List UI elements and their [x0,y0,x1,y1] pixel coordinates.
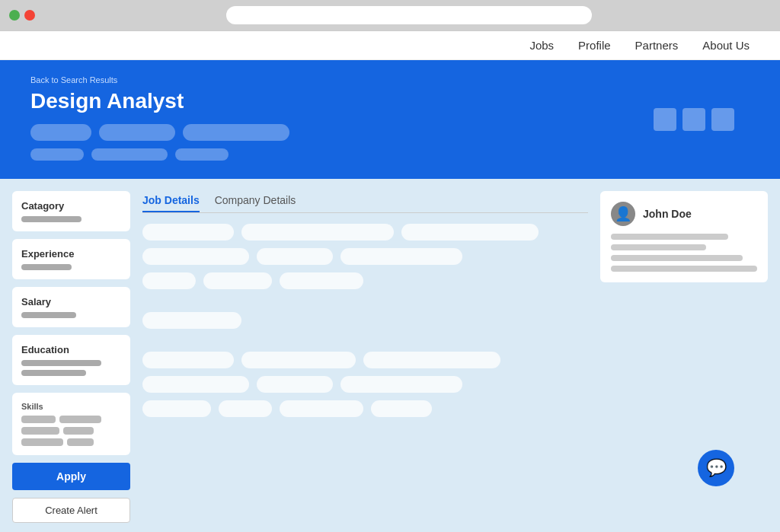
salary-bar [21,312,76,318]
detail-pill-19 [280,400,363,417]
detail-pill-7 [142,272,196,289]
content-row-3 [142,272,588,289]
profile-bar-3 [611,255,743,261]
hero-tag2-1 [30,148,84,161]
content-row-5 [142,352,588,368]
skill-chip-6 [67,438,94,446]
sidebar-experience: Experience [12,239,130,279]
sidebar-salary: Salary [12,287,130,327]
hero-tag-2 [99,124,175,141]
detail-pill-8 [203,272,272,289]
detail-pill-9 [280,272,363,289]
hero-tag-3 [183,124,289,141]
avatar: 👤 [611,202,635,226]
skill-chip-1 [21,416,56,423]
detail-pill-11 [142,352,234,368]
detail-pill-2 [241,224,394,241]
dot-green [9,10,20,21]
main-area: Catagory Experience Salary Education Ski… [0,179,780,532]
category-bar [21,216,82,222]
profile-bar-1 [611,234,728,240]
spacer [142,297,588,304]
experience-label: Experience [21,248,121,260]
address-bar[interactable] [226,6,592,24]
hero-tags-row2 [30,148,750,161]
content-row-4 [142,312,588,329]
profile-bar-2 [611,244,706,250]
skill-chip-2 [59,416,101,423]
profile-bar-4 [611,266,757,272]
hero-icon-2[interactable] [682,108,705,131]
category-label: Catagory [21,200,121,212]
avatar-icon: 👤 [615,205,631,222]
detail-pill-17 [142,400,211,417]
content-row-1 [142,224,588,241]
tab-job-details[interactable]: Job Details [142,191,200,212]
job-panel: Job Details Company Details [130,191,600,523]
hero-banner: Back to Search Results Design Analyst [0,60,780,179]
job-content [142,224,588,417]
sidebar-skills: Skills [12,393,130,455]
salary-label: Salary [21,296,121,307]
skills-grid [21,416,121,446]
hero-action-icons [654,108,734,131]
hero-tags-row1 [30,124,750,141]
nav-profile[interactable]: Profile [578,39,611,52]
skill-chip-5 [21,438,63,446]
apply-button[interactable]: Apply [12,463,130,490]
browser-controls [9,10,35,21]
profile-card: 👤 John Doe [600,191,768,282]
detail-pill-1 [142,224,234,241]
tabs: Job Details Company Details [142,191,588,213]
skill-chip-4 [63,427,94,435]
detail-pill-10 [142,312,241,329]
hero-tag2-3 [175,148,229,161]
hero-icon-3[interactable] [711,108,734,131]
nav-about-us[interactable]: About Us [702,39,750,52]
detail-pill-16 [340,376,462,393]
content-row-2 [142,248,588,265]
hero-tag2-2 [91,148,168,161]
detail-pill-4 [142,248,249,265]
content-row-6 [142,376,588,393]
create-alert-button[interactable]: Create Alert [12,498,130,523]
chat-button[interactable]: 💬 [698,450,734,486]
sidebar-education: Education [12,335,130,385]
detail-pill-5 [257,248,333,265]
hero-tag-1 [30,124,91,141]
nav-partners[interactable]: Partners [635,39,679,52]
chat-icon: 💬 [706,458,727,478]
detail-pill-14 [142,376,249,393]
profile-header: 👤 John Doe [611,202,757,226]
detail-pill-6 [340,248,462,265]
job-title: Design Analyst [30,89,750,113]
content-row-7 [142,400,588,417]
top-nav: Jobs Profile Partners About Us [0,31,780,60]
detail-pill-3 [401,224,539,241]
detail-pill-15 [257,376,333,393]
education-label: Education [21,344,121,355]
education-bar-2 [21,370,86,376]
spacer2 [142,336,588,344]
sidebar: Catagory Experience Salary Education Ski… [12,191,130,523]
profile-name: John Doe [643,208,692,220]
browser-body: Jobs Profile Partners About Us Back to S… [0,30,780,532]
education-bar-1 [21,360,101,366]
nav-jobs[interactable]: Jobs [529,39,554,52]
skills-label: Skills [21,402,121,411]
detail-pill-20 [371,400,432,417]
detail-pill-13 [363,352,500,368]
sidebar-category: Catagory [12,191,130,231]
dot-red [24,10,35,21]
experience-bar [21,264,72,270]
detail-pill-18 [219,400,272,417]
profile-bars [611,234,757,272]
skill-chip-3 [21,427,59,435]
back-link[interactable]: Back to Search Results [30,75,750,84]
browser-chrome [0,0,780,30]
tab-company-details[interactable]: Company Details [215,191,296,212]
hero-icon-1[interactable] [654,108,676,131]
detail-pill-12 [241,352,356,368]
